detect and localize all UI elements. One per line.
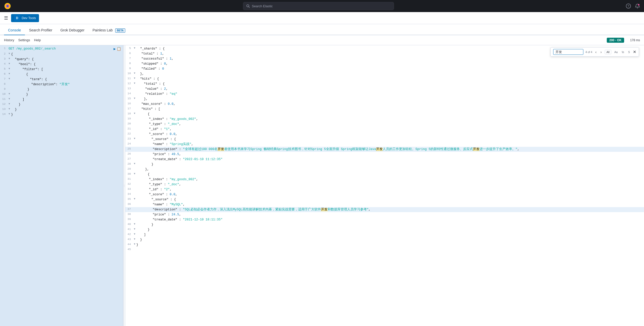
search-all-button[interactable]: All bbox=[605, 50, 611, 54]
output-line-20: 20 "_type" : "_doc", bbox=[125, 122, 644, 127]
output-line-23: 23 ▼ "_source" : { bbox=[125, 137, 644, 142]
breadcrumb-initial: D bbox=[14, 15, 20, 21]
search-option-regex[interactable]: S bbox=[627, 51, 631, 54]
second-navigation: ☰ D Dev Tools bbox=[0, 12, 644, 24]
output-line-17: 17 "hits" : [ bbox=[125, 107, 644, 112]
right-panel: 4 of 4 ‹ › All Aa \b S ✕ 5 ▼ "_shards" :… bbox=[125, 45, 644, 326]
output-line-14: 14 "relation" : "eq" bbox=[125, 91, 644, 97]
fold-icon-7[interactable]: ▼ bbox=[9, 77, 10, 81]
output-line-25: 25 "description" : "全球有超过100 000名开发者使用本书… bbox=[125, 147, 644, 152]
output-line-43: 43 ▼ } bbox=[125, 237, 644, 242]
output-line-13: 13 "value" : 2, bbox=[125, 86, 644, 91]
output-line-11: 11 ▼ "hits" : { bbox=[125, 76, 644, 81]
panel-divider[interactable]: ⋮ bbox=[123, 45, 125, 326]
search-next-button[interactable]: › bbox=[599, 50, 603, 55]
output-line-38: 38 "price" : 24.5, bbox=[125, 212, 644, 217]
output-line-42: 42 ▼ ] bbox=[125, 232, 644, 237]
toolbar: History Settings Help 200 - OK 178 ms bbox=[0, 35, 644, 45]
output-line-29: 29 }, bbox=[125, 167, 644, 172]
search-placeholder: Search Elastic bbox=[252, 4, 273, 8]
help-icon[interactable]: ? bbox=[626, 4, 631, 9]
left-panel: 1 GET /my_goods_002/_search ▶ 📋 2 ▼ { 3 … bbox=[0, 45, 123, 326]
tab-console[interactable]: Console bbox=[4, 26, 25, 35]
search-option-aa[interactable]: Aa bbox=[613, 51, 619, 54]
output-line-26: 26 "price" : 49.5, bbox=[125, 152, 644, 157]
copy-button[interactable]: 📋 bbox=[117, 46, 121, 52]
output-line-10: 10 ▼ }, bbox=[125, 71, 644, 76]
output-line-33: 33 "_id" : "2", bbox=[125, 187, 644, 192]
fold-icon-5[interactable]: ▼ bbox=[9, 67, 10, 71]
help-button[interactable]: Help bbox=[34, 38, 41, 42]
fold-icon-3[interactable]: ▼ bbox=[9, 57, 10, 61]
output-line-41: 41 ▼ } bbox=[125, 227, 644, 232]
search-icon bbox=[246, 4, 250, 8]
output-line-30: 30 ▼ { bbox=[125, 172, 644, 177]
search-bar-container: Search Elastic bbox=[14, 2, 623, 10]
search-option-word[interactable]: \b bbox=[621, 51, 625, 54]
global-search-bar[interactable]: Search Elastic bbox=[243, 2, 394, 10]
output-line-39: 39 "create_date" : "2021-12-10 18:11:35" bbox=[125, 217, 644, 222]
fold-icon-10[interactable]: ▼ bbox=[9, 92, 10, 96]
notification-icon[interactable] bbox=[635, 4, 640, 9]
nav-icons: ? bbox=[626, 4, 640, 9]
output-line-9: 9 "failed" : 0 bbox=[125, 66, 644, 71]
svg-line-4 bbox=[249, 7, 250, 8]
code-editor[interactable]: 1 GET /my_goods_002/_search ▶ 📋 2 ▼ { 3 … bbox=[0, 45, 123, 326]
fold-icon-6[interactable]: ▼ bbox=[9, 72, 10, 76]
breadcrumb-button[interactable]: D Dev Tools bbox=[11, 14, 39, 22]
run-button[interactable]: ▶ bbox=[114, 46, 116, 52]
editor-line-4: 4 ▼ "bool": { bbox=[0, 62, 123, 67]
output-line-21: 21 "_id" : "1", bbox=[125, 127, 644, 132]
editor-line-14: 14 ▼ } bbox=[0, 112, 123, 117]
fold-icon-2[interactable]: ▼ bbox=[9, 52, 10, 56]
main-content: 1 GET /my_goods_002/_search ▶ 📋 2 ▼ { 3 … bbox=[0, 45, 644, 326]
search-prev-button[interactable]: ‹ bbox=[594, 50, 597, 55]
output-line-19: 19 "_index" : "my_goods_002", bbox=[125, 117, 644, 122]
output-line-28: 28 ▼ } bbox=[125, 162, 644, 167]
fold-icon-14[interactable]: ▼ bbox=[9, 112, 10, 116]
editor-line-12: 12 ▼ } bbox=[0, 102, 123, 107]
output-line-12: 12 ▼ "total" : { bbox=[125, 81, 644, 86]
output-line-44: 44 ▼ } bbox=[125, 242, 644, 247]
tab-bar: Console Search Profiler Grok Debugger Pa… bbox=[0, 24, 644, 35]
tab-grok-debugger[interactable]: Grok Debugger bbox=[56, 26, 89, 35]
beta-badge: BETA bbox=[115, 28, 125, 33]
output-line-37: 37 "description" : "SQL必知必会作者力作，深入浅出MySQ… bbox=[125, 207, 644, 212]
svg-text:?: ? bbox=[628, 5, 629, 8]
search-close-button[interactable]: ✕ bbox=[633, 50, 636, 54]
editor-line-11: 11 ▼ ] bbox=[0, 97, 123, 102]
tab-search-profiler[interactable]: Search Profiler bbox=[25, 26, 56, 35]
output-line-8: 8 "skipped" : 0, bbox=[125, 61, 644, 66]
editor-line-3: 3 ▼ "query": { bbox=[0, 57, 123, 62]
fold-icon-13[interactable]: ▼ bbox=[9, 107, 10, 111]
settings-button[interactable]: Settings bbox=[18, 38, 30, 42]
fold-icon-12[interactable]: ▼ bbox=[9, 102, 10, 106]
output-line-24: 24 "name" : "Spring实战", bbox=[125, 142, 644, 147]
search-overlay-input[interactable] bbox=[553, 49, 583, 55]
output-line-32: 32 "_type" : "_doc", bbox=[125, 182, 644, 187]
editor-line-5: 5 ▼ "filter": [ bbox=[0, 67, 123, 72]
tab-painless-lab[interactable]: Painless Lab BETA bbox=[89, 26, 130, 35]
status-badge: 200 - OK bbox=[607, 38, 624, 43]
hamburger-menu[interactable]: ☰ bbox=[4, 15, 8, 21]
editor-line-2: 2 ▼ { bbox=[0, 52, 123, 57]
search-result-count: 4 of 4 bbox=[585, 51, 592, 54]
output-line-35: 35 ▼ "_source" : { bbox=[125, 197, 644, 202]
top-navigation: Search Elastic ? bbox=[0, 0, 644, 12]
elastic-logo[interactable] bbox=[4, 3, 11, 10]
editor-line-1: 1 GET /my_goods_002/_search ▶ 📋 bbox=[0, 46, 123, 52]
output-line-15: 15 ▼ }, bbox=[125, 97, 644, 102]
editor-line-13: 13 ▼ } bbox=[0, 107, 123, 112]
breadcrumb-label: Dev Tools bbox=[22, 16, 36, 20]
editor-line-7: 7 ▼ "term": { bbox=[0, 77, 123, 82]
history-button[interactable]: History bbox=[4, 38, 14, 42]
fold-icon-4[interactable]: ▼ bbox=[9, 62, 10, 66]
fold-icon-11[interactable]: ▼ bbox=[9, 97, 10, 101]
editor-line-6: 6 ▼ { bbox=[0, 72, 123, 77]
output-line-7: 7 "successful" : 1, bbox=[125, 56, 644, 61]
output-line-45: 45 bbox=[125, 247, 644, 252]
response-time: 178 ms bbox=[630, 38, 640, 42]
output-editor: 5 ▼ "_shards" : { 6 "total" : 1, 7 "succ… bbox=[125, 45, 644, 326]
svg-point-7 bbox=[638, 4, 639, 6]
output-line-16: 16 "max_score" : 0.0, bbox=[125, 102, 644, 107]
